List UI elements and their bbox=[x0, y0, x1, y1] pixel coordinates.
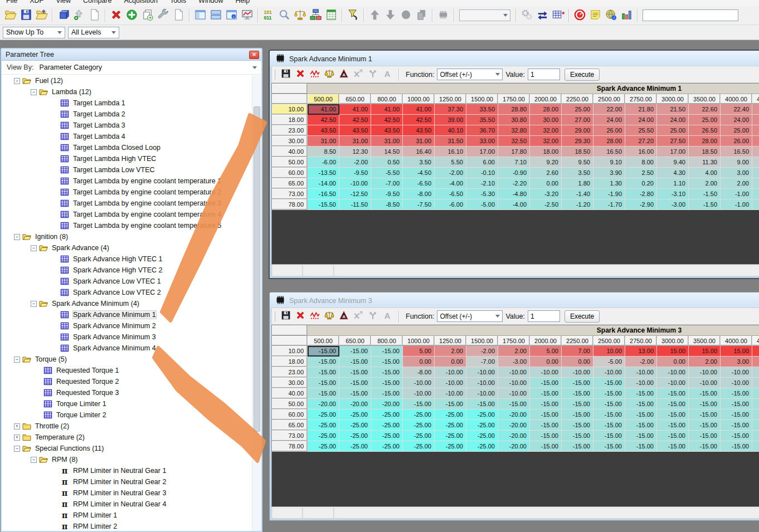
tree-item[interactable]: Target Lambda Closed Loop bbox=[2, 142, 252, 153]
tree-item[interactable]: Target Lambda by engine coolant temperat… bbox=[2, 198, 252, 209]
table-cell[interactable]: -15.00 bbox=[593, 409, 625, 420]
row-header[interactable]: 78.00 bbox=[272, 199, 308, 210]
table-cell[interactable]: 31.00 bbox=[371, 136, 403, 147]
table-cell[interactable] bbox=[752, 104, 759, 115]
table-cell[interactable]: -25.00 bbox=[339, 409, 371, 420]
table-cell[interactable]: 30.00 bbox=[530, 115, 562, 125]
table-cell[interactable]: 31.00 bbox=[403, 136, 435, 147]
column-header[interactable]: 4000.00 bbox=[721, 94, 752, 104]
table-cell[interactable]: -10.00 bbox=[403, 388, 435, 399]
table-cell[interactable]: -12.50 bbox=[339, 189, 371, 199]
table-cell[interactable]: 31.50 bbox=[435, 136, 466, 147]
table-cell[interactable]: 18.50 bbox=[689, 147, 721, 157]
table-cell[interactable]: 25.00 bbox=[657, 125, 689, 136]
table-cell[interactable]: -15.00 bbox=[689, 409, 721, 420]
table-cell[interactable]: -15.00 bbox=[562, 388, 593, 399]
layout-rows-button[interactable] bbox=[208, 8, 223, 23]
table-cell[interactable]: -15.00 bbox=[498, 399, 530, 409]
tree-item[interactable]: πRPM Limiter 2 bbox=[2, 521, 252, 531]
value-input[interactable] bbox=[528, 310, 560, 322]
table-cell[interactable]: -15.00 bbox=[371, 388, 403, 399]
wy-dis-button[interactable] bbox=[366, 309, 380, 323]
table-cell[interactable]: 28.00 bbox=[593, 136, 625, 147]
row-header[interactable]: 18.00 bbox=[272, 115, 308, 125]
table-cell[interactable]: 27.20 bbox=[625, 136, 657, 147]
table-cell[interactable]: 25.00 bbox=[689, 115, 721, 125]
tree-item[interactable]: −Ignition (8) bbox=[2, 231, 252, 242]
table-cell[interactable] bbox=[752, 178, 759, 189]
table-cell[interactable]: -1.00 bbox=[721, 199, 752, 210]
tree-item[interactable]: −Fuel (12) bbox=[2, 75, 252, 86]
tree-item[interactable]: Target Lambda 4 bbox=[2, 131, 252, 142]
table-cell[interactable]: 17.80 bbox=[498, 147, 530, 157]
table-cell[interactable]: 27.00 bbox=[562, 115, 593, 125]
new-page-button[interactable] bbox=[86, 8, 102, 23]
world-info-button[interactable]: i bbox=[603, 8, 619, 23]
table-cell[interactable]: -20.00 bbox=[308, 399, 339, 409]
table-cell[interactable] bbox=[752, 420, 759, 431]
table-cell[interactable]: -15.00 bbox=[657, 420, 689, 431]
column-header[interactable]: 3500.00 bbox=[689, 94, 721, 104]
tree-item[interactable]: +Throttle (2) bbox=[2, 421, 252, 432]
tree-item[interactable]: −Special Functions (11) bbox=[2, 443, 252, 454]
record-button[interactable] bbox=[398, 8, 413, 23]
column-header[interactable]: 1000.00 bbox=[403, 336, 435, 346]
import-box-button[interactable] bbox=[55, 8, 71, 23]
table-cell[interactable]: 2.00 bbox=[689, 357, 721, 367]
table-cell[interactable]: -25.00 bbox=[371, 431, 403, 441]
save-file-button[interactable] bbox=[18, 8, 33, 23]
table-cell[interactable]: 16.40 bbox=[403, 147, 435, 157]
tree-item[interactable]: Spark Advance High VTEC 2 bbox=[2, 265, 252, 276]
table-cell[interactable]: -15.00 bbox=[339, 388, 371, 399]
tree-item[interactable]: −Spark Advance (4) bbox=[2, 242, 252, 253]
table-cell[interactable]: -10.00 bbox=[339, 178, 371, 189]
column-header[interactable]: 2500.00 bbox=[593, 94, 625, 104]
table-cell[interactable]: 41.00 bbox=[371, 104, 403, 115]
table-cell[interactable]: -25.00 bbox=[403, 409, 435, 420]
table-cell[interactable]: -15.00 bbox=[530, 420, 562, 431]
toolbar-grip[interactable] bbox=[274, 70, 275, 80]
table-cell[interactable]: 10.00 bbox=[593, 346, 625, 357]
table-cell[interactable]: -15.00 bbox=[657, 388, 689, 399]
wa-dis-button[interactable]: A bbox=[380, 309, 395, 323]
table-cell[interactable] bbox=[752, 136, 759, 147]
column-header[interactable]: 2000.00 bbox=[530, 94, 562, 104]
tree-item[interactable]: Requested Torque 3 bbox=[2, 387, 252, 398]
table-cell[interactable]: -15.00 bbox=[562, 431, 593, 441]
table-cell[interactable]: -6.50 bbox=[403, 178, 435, 189]
table-cell[interactable]: -15.00 bbox=[593, 441, 625, 452]
table-cell[interactable]: -7.00 bbox=[466, 357, 498, 367]
row-header[interactable]: 10.00 bbox=[272, 346, 308, 357]
table-cell[interactable]: -15.00 bbox=[689, 399, 721, 409]
table-cell[interactable]: -15.00 bbox=[308, 378, 339, 388]
column-header[interactable]: 1250.00 bbox=[435, 94, 466, 104]
column-header[interactable]: 500.00 bbox=[308, 94, 339, 104]
column-header[interactable]: 2000.00 bbox=[530, 336, 562, 346]
table-cell[interactable]: -1.50 bbox=[689, 199, 721, 210]
row-header[interactable]: 60.00 bbox=[272, 409, 308, 420]
open-file-button[interactable] bbox=[2, 8, 18, 23]
table-cell[interactable]: -20.00 bbox=[498, 431, 530, 441]
tree-item[interactable]: Torque Limiter 1 bbox=[2, 398, 252, 409]
add-button[interactable] bbox=[124, 8, 139, 23]
column-header[interactable]: 2250.00 bbox=[562, 336, 593, 346]
table-cell[interactable]: 22.00 bbox=[593, 104, 625, 115]
table-cell[interactable]: -15.00 bbox=[339, 346, 371, 357]
table-cell[interactable]: 32.00 bbox=[530, 125, 562, 136]
window-info-button[interactable]: i bbox=[223, 8, 239, 23]
table-cell[interactable] bbox=[752, 157, 759, 168]
tree-item[interactable]: −Spark Advance Minimum (4) bbox=[2, 298, 252, 309]
row-header[interactable]: 40.00 bbox=[272, 388, 308, 399]
table-cell[interactable]: -10.00 bbox=[403, 378, 435, 388]
table-cell[interactable]: -5.50 bbox=[371, 168, 403, 178]
table-cell[interactable]: 2.60 bbox=[530, 168, 562, 178]
value-input[interactable] bbox=[528, 69, 560, 80]
table-cell[interactable]: -5.00 bbox=[466, 199, 498, 210]
table-cell[interactable]: -15.00 bbox=[657, 431, 689, 441]
search-button[interactable] bbox=[276, 8, 292, 23]
table-cell[interactable] bbox=[752, 189, 759, 199]
menu-view[interactable]: View bbox=[50, 0, 77, 6]
row-header[interactable]: 40.00 bbox=[272, 147, 308, 157]
table-cell[interactable]: -15.00 bbox=[593, 431, 625, 441]
toolbar-grip[interactable] bbox=[274, 311, 275, 321]
